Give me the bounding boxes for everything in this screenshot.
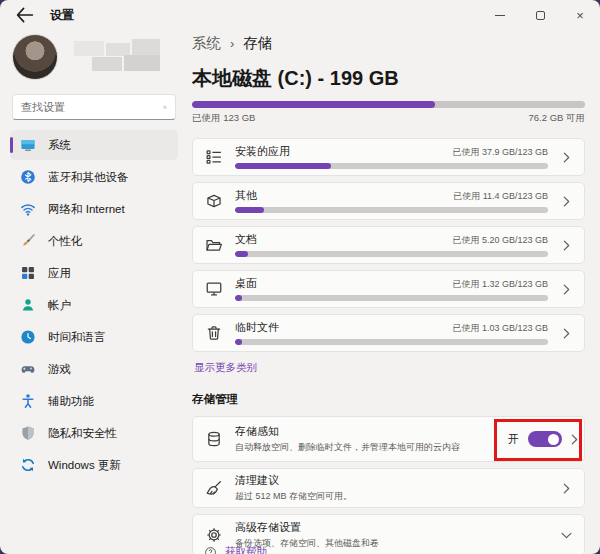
personalization-brush-icon [20,233,36,249]
chevron-down-icon [548,532,584,539]
category-label: 桌面 [235,276,257,291]
storage-sense-description: 自动释放空间、删除临时文件，并管理本地可用的云内容 [235,441,508,454]
category-row-documents[interactable]: 文档 已使用 5.20 GB/123 GB [192,226,585,264]
sidebar-item-system[interactable]: 系统 [10,130,178,160]
sidebar: 系统 蓝牙和其他设备 网络和 Internet 个性化 应用 帐户 [0,30,188,554]
close-button[interactable]: × [560,0,600,30]
chevron-right-icon [548,271,584,307]
sidebar-item-label: 游戏 [48,362,71,377]
get-help-label: 获取帮助 [225,545,267,554]
installed-apps-icon [193,139,235,175]
back-arrow-icon [14,4,36,26]
advanced-settings-gear-icon [193,526,235,544]
cleanup-broom-icon [193,479,235,497]
sidebar-nav: 系统 蓝牙和其他设备 网络和 Internet 个性化 应用 帐户 [10,130,178,480]
sidebar-item-personalization[interactable]: 个性化 [10,226,178,256]
chevron-right-icon [548,139,584,175]
storage-sense-toggle[interactable] [528,431,562,447]
desktop-monitor-icon [193,271,235,307]
titlebar: 设置 × [0,0,600,30]
storage-sense-title: 存储感知 [235,424,508,439]
window-controls: × [480,0,600,30]
search-input[interactable] [21,101,163,113]
bluetooth-icon [20,169,36,185]
sidebar-item-label: 帐户 [48,298,71,313]
user-name-redacted [68,39,170,75]
temp-files-trash-icon [193,315,235,351]
breadcrumb-separator-icon: › [230,36,234,51]
gaming-controller-icon [20,361,36,377]
sidebar-item-time-language[interactable]: 时间和语言 [10,322,178,352]
breadcrumb-current: 存储 [243,34,272,53]
disk-usage-fill [192,101,435,108]
settings-window: 设置 × 系统 蓝牙和其他设备 [0,0,600,554]
category-usage-bar [235,295,548,301]
sidebar-item-label: 应用 [48,266,71,281]
sidebar-item-bluetooth[interactable]: 蓝牙和其他设备 [10,162,178,192]
sidebar-item-privacy[interactable]: 隐私和安全性 [10,418,178,448]
sidebar-item-label: 系统 [48,138,71,153]
category-row-desktop[interactable]: 桌面 已使用 1.32 GB/123 GB [192,270,585,308]
accessibility-person-icon [20,393,36,409]
maximize-button[interactable] [520,0,560,30]
sidebar-item-apps[interactable]: 应用 [10,258,178,288]
toggle-knob [548,434,559,445]
sidebar-item-label: 蓝牙和其他设备 [48,170,129,185]
sidebar-item-windows-update[interactable]: Windows 更新 [10,450,178,480]
category-row-other[interactable]: 其他 已使用 11.4 GB/123 GB [192,182,585,220]
sidebar-item-accessibility[interactable]: 辅助功能 [10,386,178,416]
category-row-temp-files[interactable]: 临时文件 已使用 1.03 GB/123 GB [192,314,585,352]
storage-categories: 安装的应用 已使用 37.9 GB/123 GB 其他 已使用 11.4 GB/… [192,138,585,352]
section-title-storage-management: 存储管理 [192,392,585,407]
storage-sense-row[interactable]: 存储感知 自动释放空间、删除临时文件，并管理本地可用的云内容 开 [192,416,585,462]
network-wifi-icon [20,201,36,217]
sidebar-item-network[interactable]: 网络和 Internet [10,194,178,224]
help-question-icon [204,546,217,554]
chevron-right-icon [548,483,584,494]
user-profile[interactable] [10,30,178,92]
category-usage: 已使用 37.9 GB/123 GB [452,146,548,159]
settings-search [12,94,176,120]
privacy-shield-icon [20,425,36,441]
category-usage: 已使用 1.32 GB/123 GB [452,278,548,291]
sidebar-item-label: 时间和语言 [48,330,106,345]
cleanup-recommendations-row[interactable]: 清理建议 超过 512 MB 存储空间可用。 [192,468,585,508]
back-button[interactable] [14,4,36,26]
search-icon [163,101,167,114]
disk-usage-bar [192,101,585,108]
maximize-icon [536,11,545,20]
category-usage: 已使用 1.03 GB/123 GB [452,322,548,335]
sidebar-item-label: 隐私和安全性 [48,426,117,441]
disk-usage-labels: 已使用 123 GB 76.2 GB 可用 [192,112,585,125]
accounts-person-icon [20,297,36,313]
disk-free-label: 76.2 GB 可用 [529,112,586,125]
apps-grid-icon [20,265,36,281]
breadcrumb-parent[interactable]: 系统 [192,34,221,53]
sidebar-item-accounts[interactable]: 帐户 [10,290,178,320]
sidebar-item-gaming[interactable]: 游戏 [10,354,178,384]
advanced-storage-title: 高级存储设置 [235,520,548,535]
main-content: 系统 › 存储 本地磁盘 (C:) - 199 GB 已使用 123 GB 76… [192,30,600,554]
chevron-right-icon [548,315,584,351]
disk-used-label: 已使用 123 GB [192,112,255,125]
get-help-link[interactable]: 获取帮助 [204,545,267,554]
breadcrumb: 系统 › 存储 [192,34,585,53]
category-label: 其他 [235,188,257,203]
category-usage-bar [235,339,548,345]
toggle-state-label: 开 [508,432,519,447]
windows-update-icon [20,457,36,473]
cleanup-title: 清理建议 [235,473,548,488]
category-usage: 已使用 11.4 GB/123 GB [453,190,548,203]
category-row-installed-apps[interactable]: 安装的应用 已使用 37.9 GB/123 GB [192,138,585,176]
show-more-categories-link[interactable]: 显示更多类别 [194,361,585,375]
sidebar-item-label: 网络和 Internet [48,202,125,217]
minimize-button[interactable] [480,0,520,30]
storage-sense-database-icon [193,430,235,448]
documents-folder-icon [193,227,235,263]
other-box-icon [193,183,235,219]
advanced-storage-description: 备份选项、存储空间、其他磁盘和卷 [235,537,548,550]
category-label: 临时文件 [235,320,279,335]
page-title: 本地磁盘 (C:) - 199 GB [192,65,585,92]
system-icon [20,137,36,153]
avatar [12,34,58,80]
